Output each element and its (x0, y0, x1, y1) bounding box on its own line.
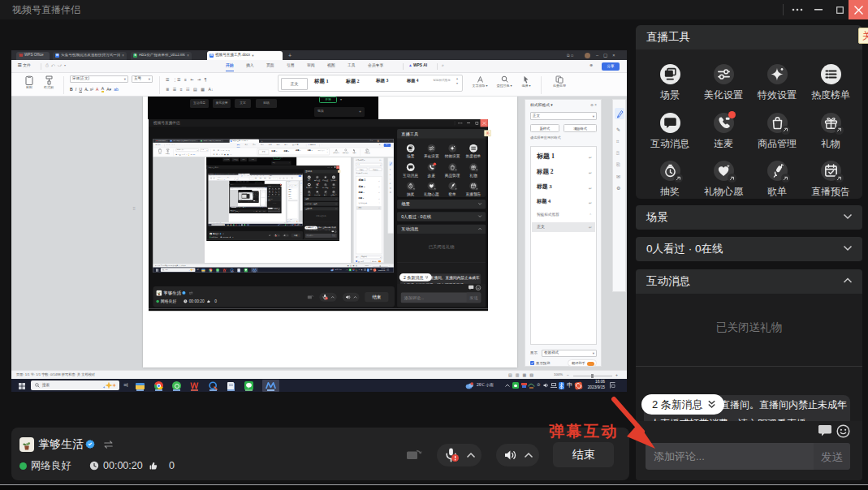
viewers-section[interactable]: 0人看过 · 0在线 (397, 212, 486, 221)
style-smart[interactable]: 智能样式推荐 (317, 150, 326, 152)
taskbar-search[interactable]: 搜索 (31, 380, 119, 390)
paragraph-buttons-row1[interactable]: ☰⋮☰≡⇤⇥¶ (214, 149, 230, 151)
style-h2[interactable]: 标题 2 (260, 178, 262, 178)
messages-header[interactable]: 互动消息 (636, 269, 862, 294)
style-panel-close[interactable]: ⚙ × (379, 160, 382, 161)
style-smart[interactable]: 智能样式推荐 (431, 79, 452, 83)
tray-clock[interactable]: 16:06 2023/9/15 (296, 224, 299, 226)
style-normal[interactable]: 正文 (258, 149, 269, 154)
taskbar-search[interactable]: 搜索 (231, 207, 237, 208)
show-desktop-icon[interactable] (387, 269, 390, 271)
ribbon-select[interactable]: 选择 ▾ (351, 148, 357, 153)
zoom-in-icon[interactable]: + (389, 265, 390, 267)
tray-volume-icon[interactable] (361, 269, 364, 271)
tray-expand-icon[interactable] (346, 269, 348, 271)
screen-preview[interactable]: WWPS Office W头条号视频玩法及涨粉扶持方式一目了× SABS资产报表… (153, 139, 393, 273)
tab-close-icon[interactable]: × (222, 140, 222, 142)
style-list-body-row[interactable]: 正文↵ (356, 206, 381, 210)
tool-live-preview[interactable]: 直播预告 (804, 161, 857, 199)
style-list-item[interactable]: 标题 2 (358, 185, 365, 187)
chevron-up-icon[interactable] (466, 452, 476, 458)
style-list-smart[interactable]: 智能样式推荐 (289, 199, 292, 200)
ribbon-text-tool[interactable]: 文字排版 ▾ (332, 148, 340, 153)
font-size-select[interactable]: 五号▾ (227, 178, 230, 178)
tool-products[interactable]: 商品管理 (442, 163, 463, 178)
tool-wishlist[interactable]: 礼物心愿 (697, 161, 750, 199)
tool-beauty[interactable]: 美化设置 (421, 144, 442, 159)
menu-tools[interactable]: 工具 (348, 64, 356, 68)
style-scroll-arrows[interactable]: ▴▾ (327, 149, 328, 153)
taskbar-search[interactable]: 搜索 (161, 268, 196, 272)
wps-ai-menu[interactable]: ▲ WPS AI (408, 64, 427, 68)
screen-preview[interactable]: WWPS Office W头条号视频玩法及涨粉扶持方式一目了× SABS资产报表… (11, 50, 627, 392)
style-normal[interactable]: 正文 (249, 178, 253, 179)
tab-close-icon[interactable]: × (122, 54, 124, 58)
menu-page[interactable]: 页面 (266, 64, 274, 68)
style-list-body-row[interactable]: 正文↵ (288, 200, 298, 201)
tray-icon-red[interactable] (574, 381, 582, 389)
style-h3[interactable]: 标题 3 (376, 79, 388, 84)
search-menu-icon[interactable]: ⌕ (442, 64, 444, 68)
menu-insert[interactable]: 插入 (244, 176, 245, 177)
tray-ime[interactable]: 中 (370, 269, 373, 271)
tray-icon-laptop[interactable] (364, 269, 366, 271)
tool-gifts[interactable]: 礼物 (330, 183, 338, 189)
style-list-item[interactable]: 标题 3 (289, 194, 291, 195)
menu-home[interactable]: 开始 (237, 144, 240, 147)
tool-lottery[interactable]: 抽奖 (643, 161, 697, 199)
tool-lottery[interactable]: 抽奖 (305, 191, 313, 196)
tool-mic-link[interactable]: 连麦 (697, 113, 750, 151)
taskbar-app-doc[interactable] (227, 381, 235, 390)
wps-window-icons[interactable]: ⧉ ⊕ (567, 54, 573, 58)
zoom-out-icon[interactable]: − (567, 373, 569, 377)
menu-review[interactable]: 审阅 (253, 176, 254, 177)
wps-file-menu[interactable]: ☰ 文件 (209, 176, 211, 177)
emoji-icon[interactable] (476, 285, 482, 290)
end-live-button[interactable]: 结束 (553, 442, 614, 467)
wps-doc-tab-2[interactable]: SABS资产报表单价_0813.xlsx× (131, 52, 192, 61)
switch-account-icon[interactable] (188, 291, 193, 294)
chevron-up-icon[interactable] (524, 452, 533, 458)
scene-section[interactable]: 场景 (397, 200, 486, 209)
format-painter-button[interactable]: 格式刷 (213, 178, 215, 180)
paragraph-buttons-row2[interactable]: ≣☰≡☷▤▦A↓ (214, 153, 232, 155)
send-button[interactable]: 发送 (814, 443, 850, 470)
comment-input[interactable]: 添加评论... 发送 (646, 443, 850, 470)
show-style-select[interactable]: 有效样式▾ (542, 350, 597, 357)
menu-review[interactable]: 审阅 (269, 144, 272, 146)
screen-preview[interactable]: WWPS Office W头条号视频玩法及涨粉扶持方式一目了× SABS资产报表… (230, 187, 266, 208)
tray-icon-laptop[interactable] (551, 383, 557, 389)
paste-button[interactable]: 粘贴 (158, 148, 162, 154)
zoom-out-icon[interactable]: − (370, 265, 371, 267)
more-button[interactable] (327, 165, 330, 169)
style-list-item[interactable]: 标题 4 (358, 197, 364, 199)
clear-format-button[interactable]: 清除格式 (263, 191, 265, 192)
tray-icon-wechat[interactable] (349, 269, 352, 271)
tray-icon-bluetooth[interactable] (367, 269, 369, 272)
tool-live-preview[interactable]: 直播预告 (330, 191, 338, 196)
style-list-item[interactable]: 标题 1 (289, 189, 291, 190)
side-toolbar-icons[interactable]: ✎⌗⍰⎘✉⚙ (616, 124, 620, 194)
side-toolbar-icons[interactable]: ✎⌗⍰⎘✉⚙ (301, 185, 302, 196)
tool-comments[interactable]: 互动消息 (643, 113, 697, 151)
style-h1[interactable]: 标题 1 (255, 178, 257, 178)
menu-reference[interactable]: 引用 (287, 64, 295, 68)
wps-ai-menu[interactable]: ▲ WPS AI (309, 144, 316, 146)
menu-view[interactable]: 视图 (277, 144, 280, 146)
show-style-select[interactable]: 有效样式▾ (361, 256, 382, 259)
start-button[interactable] (209, 225, 210, 226)
end-live-button[interactable]: 结束 (262, 210, 266, 212)
tray-icon-cloud[interactable] (528, 382, 535, 389)
ribbon-find-replace[interactable]: 查找替换 ▾ (282, 178, 285, 179)
style-h4[interactable]: 标题 4 (308, 150, 313, 152)
chevron-up-icon[interactable] (278, 234, 279, 235)
tray-weather-icon[interactable] (465, 382, 474, 389)
clear-format-button[interactable]: 清除格式 (564, 124, 597, 132)
menu-page[interactable]: 页面 (253, 144, 256, 146)
tool-products[interactable]: 商品管理 (322, 183, 330, 189)
task-view-icon[interactable]: ≡i (123, 382, 128, 388)
style-list-body-row[interactable]: 正文↵ (261, 197, 266, 198)
danmaku-icon[interactable] (469, 285, 474, 290)
ribbon-text-tool[interactable]: 文字排版 ▾ (279, 178, 282, 179)
speaker-button[interactable] (496, 444, 539, 466)
